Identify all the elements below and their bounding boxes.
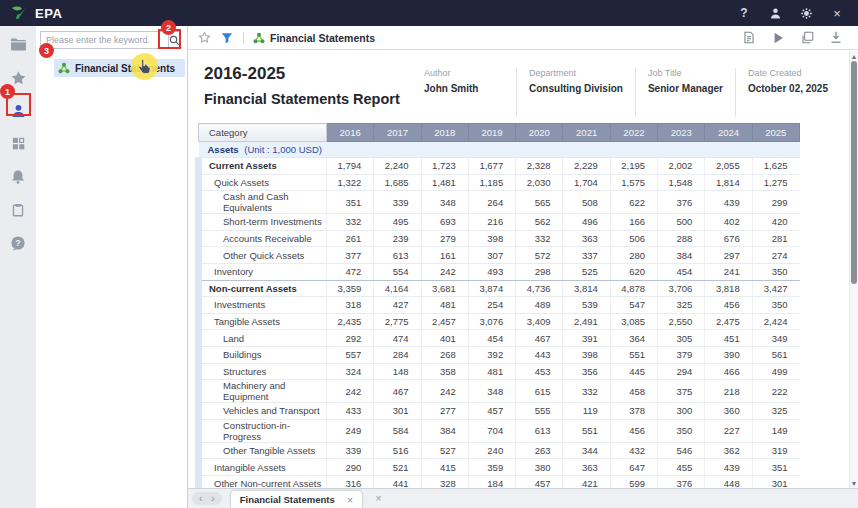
value-cell: 384 (421, 419, 468, 442)
value-cell: 1,723 (421, 158, 468, 175)
tab-prev-icon[interactable]: ‹ (199, 494, 202, 504)
top-bar: EPA ? × (0, 0, 858, 26)
table-row: Short-term Investments332495693216562496… (199, 214, 800, 231)
value-cell: 3,814 (563, 280, 610, 297)
value-cell: 584 (374, 419, 421, 442)
report-clover-icon (58, 62, 70, 74)
value-cell: 455 (658, 459, 705, 476)
export-document-icon[interactable] (742, 31, 756, 45)
row-category-cell: Intangible Assets (199, 459, 327, 476)
value-cell: 363 (563, 230, 610, 247)
row-category-cell: Non-current Assets (199, 280, 327, 297)
value-cell: 263 (516, 442, 563, 459)
value-cell: 280 (610, 247, 657, 264)
value-cell: 457 (516, 475, 563, 488)
value-cell: 318 (327, 297, 374, 314)
copy-duplicate-icon[interactable] (800, 31, 814, 45)
row-category-cell: Investments (199, 297, 327, 314)
scrollbar-thumb[interactable] (851, 61, 857, 284)
value-cell: 516 (374, 442, 421, 459)
value-cell: 508 (563, 191, 610, 214)
value-cell: 3,874 (468, 280, 515, 297)
sidebar-item-help-icon[interactable]: ? (8, 233, 28, 252)
table-row: Non-current Assets3,3594,1643,6813,8744,… (199, 280, 800, 297)
help-icon[interactable]: ? (736, 5, 752, 21)
value-cell: 376 (658, 475, 705, 488)
value-cell: 218 (705, 380, 752, 403)
vertical-scrollbar[interactable]: ▲ ▼ (849, 51, 858, 488)
row-category-cell: Land (199, 330, 327, 347)
user-icon[interactable] (767, 5, 783, 21)
scroll-down-arrow-icon[interactable]: ▼ (850, 478, 858, 488)
value-cell: 332 (327, 214, 374, 231)
value-cell: 441 (374, 475, 421, 488)
row-category-cell: Inventory (199, 263, 327, 280)
sidebar-item-notifications-bell-icon[interactable] (8, 167, 28, 186)
report-title-breadcrumb: Financial Statements (253, 32, 375, 44)
settings-gear-icon[interactable] (798, 5, 814, 21)
sidebar-item-dashboard-grid-icon[interactable] (8, 134, 28, 153)
value-cell: 332 (563, 380, 610, 403)
value-cell: 294 (658, 363, 705, 380)
annotation-badge-2: 2 (161, 20, 176, 35)
row-category-cell: Tangible Assets (199, 313, 327, 330)
table-row: Current Assets1,7942,2401,7231,6772,3282… (199, 158, 800, 175)
run-play-icon[interactable] (771, 31, 785, 45)
value-cell: 456 (705, 297, 752, 314)
year-column-header: 2020 (516, 124, 563, 142)
value-cell: 693 (421, 214, 468, 231)
value-cell: 2,328 (516, 158, 563, 175)
tab-next-icon[interactable]: › (211, 494, 214, 504)
value-cell: 4,736 (516, 280, 563, 297)
value-cell: 458 (610, 380, 657, 403)
report-metadata: Author John Smith Department Consulting … (424, 68, 840, 117)
value-cell: 1,575 (610, 174, 657, 191)
value-cell: 350 (752, 297, 799, 314)
value-cell: 216 (468, 214, 515, 231)
value-cell: 622 (610, 191, 657, 214)
value-cell: 427 (374, 297, 421, 314)
value-cell: 2,195 (610, 158, 657, 175)
row-category-cell: Machinery and Equipment (199, 380, 327, 403)
value-cell: 328 (421, 475, 468, 488)
favorite-star-icon[interactable] (197, 31, 211, 45)
value-cell: 398 (563, 346, 610, 363)
row-category-cell: Other Non-current Assets (199, 475, 327, 488)
value-cell: 274 (752, 247, 799, 264)
value-cell: 454 (658, 263, 705, 280)
tree-item-financial-statements[interactable]: Financial Statements (54, 59, 185, 77)
search-input[interactable] (40, 31, 168, 49)
scroll-up-arrow-icon[interactable]: ▲ (850, 51, 858, 61)
tab-label: Financial Statements (240, 494, 335, 505)
report-title-label: Financial Statements (270, 32, 375, 44)
value-cell: 2,550 (658, 313, 705, 330)
year-column-header: 2022 (610, 124, 657, 142)
value-cell: 467 (374, 380, 421, 403)
download-icon[interactable] (829, 31, 843, 45)
value-cell: 299 (752, 191, 799, 214)
value-cell: 358 (421, 363, 468, 380)
close-all-tabs-icon[interactable]: × (375, 492, 381, 504)
value-cell: 359 (468, 459, 515, 476)
filter-funnel-icon[interactable] (220, 31, 234, 45)
table-row: Land292474401454467391364305451349 (199, 330, 800, 347)
close-icon[interactable]: × (829, 5, 845, 21)
sidebar-item-user-reports-icon[interactable] (8, 101, 28, 120)
value-cell: 495 (374, 214, 421, 231)
value-cell: 242 (421, 380, 468, 403)
value-cell: 1,814 (705, 174, 752, 191)
financial-table-wrap: Category 2016201720182019202020212022202… (195, 123, 800, 488)
table-header-row: Category 2016201720182019202020212022202… (199, 124, 800, 142)
tab-financial-statements[interactable]: Financial Statements × (230, 490, 363, 508)
year-column-header: 2019 (468, 124, 515, 142)
tab-close-icon[interactable]: × (347, 494, 353, 506)
value-cell: 339 (374, 191, 421, 214)
meta-label: Job Title (648, 68, 723, 78)
annotation-badge-3: 3 (39, 43, 54, 58)
value-cell: 615 (516, 380, 563, 403)
sidebar-item-clipboard-icon[interactable] (8, 200, 28, 219)
row-category-cell: Quick Assets (199, 174, 327, 191)
value-cell: 2,775 (374, 313, 421, 330)
sidebar-item-folder-icon[interactable] (8, 35, 28, 54)
value-cell: 472 (327, 263, 374, 280)
